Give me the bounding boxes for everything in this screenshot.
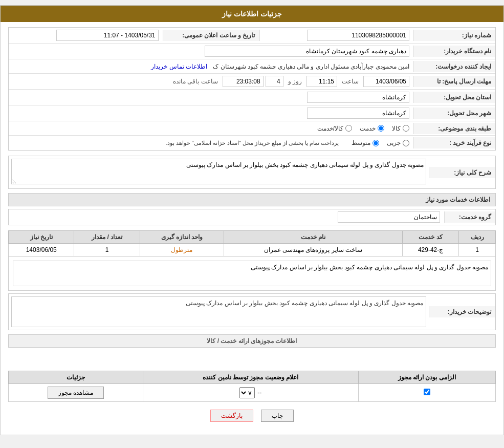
mohlat-rooz-input[interactable] — [266, 76, 283, 87]
ostan-row: استان محل تحویل: — [9, 90, 495, 105]
tawzih-value: مصوبه جدول گذاری و پل لوله سیمانی دهیاری… — [9, 294, 429, 330]
tawzih-text: مصوبه جدول گذاری و پل لوله سیمانی دهیاری… — [186, 300, 423, 307]
cell-kod: ج-42-429 — [402, 244, 459, 257]
main-info-section: شماره نیاز: تاریخ و ساعت اعلان عمومی: نا… — [8, 27, 496, 151]
sharh-kolli-label: شرح کلی نیاز: — [429, 167, 495, 178]
nam-dastgah-value — [9, 44, 413, 59]
kala-label: کالا — [392, 125, 401, 132]
kala-khadamat-label: کالا/خدمت — [317, 125, 343, 132]
permissions-table: الزامی بودن ارائه مجوز اعلام وضعیت مجوز … — [8, 371, 496, 402]
shomare-niaz-row: شماره نیاز: تاریخ و ساعت اعلان عمومی: — [9, 28, 495, 44]
tarife-bandi-label: طبقه بندی موضوعی: — [413, 123, 495, 134]
ijad-konande-text: امین محمودی جبارآبادی مسئول اداری و مالی… — [213, 63, 409, 70]
col-elzami: الزامی بودن ارائه مجوز — [358, 371, 495, 384]
radio-kala-khadamat-item: کالا/خدمت — [317, 125, 352, 132]
noe-farayand-row: نوع فرآیند خرید : جزیی متوسط پرداخت تمام… — [9, 136, 495, 150]
perm-eelam-cell: -- ∨ — [143, 384, 358, 402]
tarikh-elan-label: تاریخ و ساعت اعلان عمومی: — [163, 30, 260, 41]
ostan-input[interactable] — [307, 92, 409, 103]
permissions-section: الزامی بودن ارائه مجوز اعلام وضعیت مجوز … — [8, 371, 496, 402]
khadamat-label: خدمت — [360, 125, 376, 132]
table-row: 1 ج-42-429 ساخت سایر پروژه‌های مهندسی عم… — [9, 244, 496, 257]
col-tarikh: تاریخ نیاز — [9, 231, 74, 244]
tawzih-box: مصوبه جدول گذاری و پل لوله سیمانی دهیاری… — [11, 296, 426, 327]
mohlat-ersal-value: ساعت روز و ساعت باقی مانده — [9, 74, 413, 89]
cell-tedad: 1 — [74, 244, 140, 257]
shomare-niaz-label: شماره نیاز: — [413, 30, 495, 41]
view-permit-button[interactable]: مشاهده مجوز — [48, 387, 104, 399]
tarikh-elan-input[interactable] — [56, 30, 159, 41]
goroh-khadamat-label: گروه خدمت: — [444, 211, 495, 223]
shahr-value — [9, 105, 413, 121]
radio-motosat-item: متوسط — [352, 139, 379, 146]
bagi-mande-label: ساعت باقی مانده — [173, 78, 218, 85]
radio-khadamat-item: خدمت — [360, 125, 384, 132]
cell-tarikh: 1403/06/05 — [9, 244, 74, 257]
tawzih-label: توضیحات خریدار: — [429, 306, 495, 317]
tarife-bandi-value: کالا خدمت کالا/خدمت — [9, 123, 413, 134]
mohlat-date-input[interactable] — [363, 76, 409, 87]
tamaas-kharidar-link[interactable]: اطلاعات تماس خریدار — [151, 63, 207, 70]
saaat-label: ساعت — [342, 78, 359, 85]
ijad-konande-label: ایجاد کننده درخواست: — [413, 61, 495, 72]
radio-kala-item: کالا — [392, 125, 409, 132]
col-joziyat: جزئیات — [9, 371, 143, 384]
radio-jozi[interactable] — [403, 140, 409, 146]
description-row: مصوبه جدول گذاری و پل لوله سیمانی دهیاری… — [9, 257, 496, 291]
back-button[interactable]: بازگشت — [210, 410, 253, 422]
perm-elzami-checkbox[interactable] — [424, 389, 430, 395]
perm-eelam-value: -- — [257, 389, 261, 396]
page-header: جزئیات اطلاعات نیاز — [1, 6, 503, 22]
nam-dastgah-input[interactable] — [205, 46, 409, 57]
ostan-value — [9, 90, 413, 105]
col-nam-khadamat: نام خدمت — [224, 231, 403, 244]
cell-nam: ساخت سایر پروژه‌های مهندسی عمران — [224, 244, 403, 257]
rooz-label: روز و — [288, 78, 302, 85]
sharh-kolli-textarea[interactable]: مصوبه جدول گذاری و پل لوله سیمانی دهیاری… — [11, 159, 426, 184]
perm-joziyat-cell: مشاهده مجوز — [9, 384, 143, 402]
sharh-kolli-row: شرح کلی نیاز: مصوبه جدول گذاری و پل لوله… — [8, 156, 496, 189]
permissions-row: -- ∨ مشاهده مجوز — [9, 384, 496, 402]
mohlat-remaining-input[interactable] — [223, 76, 264, 87]
radio-kala-khadamat[interactable] — [345, 125, 352, 132]
nam-dastgah-row: نام دستگاه خریدار: — [9, 44, 495, 59]
farayan-note: پرداخت تمام یا بخشی از مبلغ خریداز محل "… — [165, 140, 339, 146]
mohlat-ersal-label: مهلت ارسال پاسخ: تا — [413, 76, 495, 87]
services-desc-cell: مصوبه جدول گذاری و پل لوله سیمانی دهیاری… — [9, 257, 496, 291]
col-radif: ردیف — [459, 231, 496, 244]
col-kod-khadamat: کد خدمت — [402, 231, 459, 244]
shahr-label: شهر محل تحویل: — [413, 108, 495, 119]
services-table: ردیف کد خدمت نام خدمت واحد اندازه گیری ت… — [8, 230, 496, 291]
tarikh-elan-value — [9, 28, 163, 43]
radio-jozi-item: جزیی — [387, 139, 409, 146]
ijad-konande-row: ایجاد کننده درخواست: امین محمودی جبارآبا… — [9, 59, 495, 74]
shahr-input[interactable] — [307, 108, 409, 119]
permissions-section-header: اطلاعات مجوزهای ارائه خدمت / کالا — [8, 334, 496, 348]
noe-farayand-label: نوع فرآیند خرید : — [413, 137, 495, 148]
print-button[interactable]: چاپ — [261, 410, 294, 422]
noe-farayand-value: جزیی متوسط پرداخت تمام یا بخشی از مبلغ خ… — [9, 137, 413, 148]
goroh-khadamat-value — [9, 209, 444, 225]
perm-elzami-cell — [358, 384, 495, 402]
mohlat-time-input[interactable] — [306, 76, 337, 87]
nam-dastgah-label: نام دستگاه خریدار: — [413, 46, 495, 57]
jozi-label: جزیی — [387, 139, 401, 146]
radio-khadamat[interactable] — [378, 125, 384, 132]
tawzih-row: توضیحات خریدار: مصوبه جدول گذاری و پل لو… — [8, 293, 496, 330]
services-desc-box: مصوبه جدول گذاری و پل لوله سیمانی دهیاری… — [13, 261, 491, 286]
radio-motosat[interactable] — [372, 140, 379, 146]
services-section-title: اطلاعات خدمات مورد نیاز — [8, 193, 496, 206]
perm-eelam-select[interactable]: ∨ — [239, 387, 255, 398]
buttons-row: چاپ بازگشت — [8, 402, 496, 430]
col-vahed-andaze: واحد اندازه گیری — [140, 231, 224, 244]
ostan-label: استان محل تحویل: — [413, 92, 495, 103]
goroh-khadamat-input[interactable] — [338, 211, 440, 223]
col-eelam: اعلام وضعیت مجوز توسط نامین کننده — [143, 371, 358, 384]
shomare-niaz-input[interactable] — [307, 30, 409, 41]
tarife-bandi-row: طبقه بندی موضوعی: کالا خدمت — [9, 121, 495, 136]
sharh-kolli-value: مصوبه جدول گذاری و پل لوله سیمانی دهیاری… — [9, 156, 429, 188]
cell-vahed: مترطول — [140, 244, 224, 257]
services-section: ردیف کد خدمت نام خدمت واحد اندازه گیری ت… — [8, 230, 496, 291]
radio-kala[interactable] — [403, 125, 409, 132]
shomare-niaz-value — [260, 28, 414, 43]
